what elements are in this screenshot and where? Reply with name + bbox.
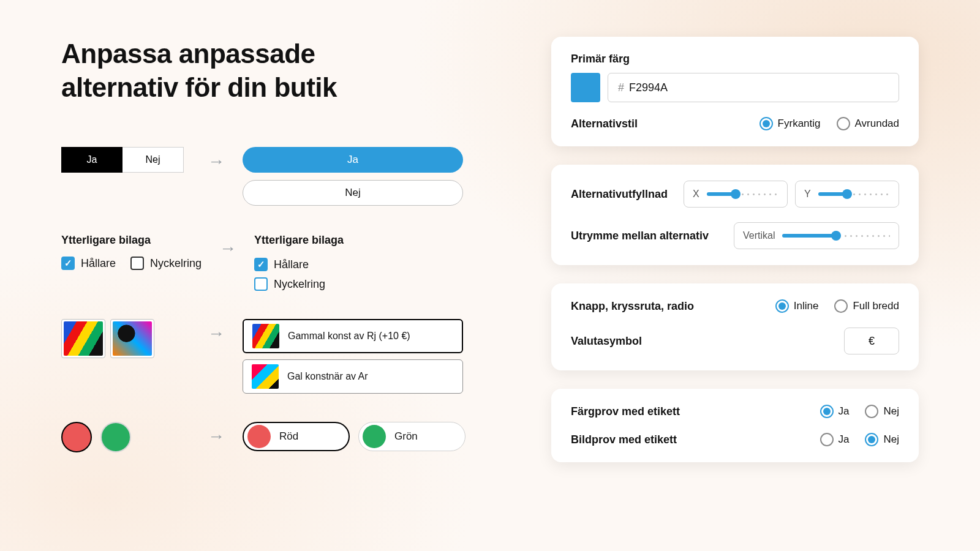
card-spacing: Alternativutfyllnad X Y Utrymme mellan a… <box>551 165 919 265</box>
after-no-button[interactable]: Nej <box>243 180 463 206</box>
before-cb-1[interactable]: Hållare <box>61 257 116 270</box>
layout-inline-label: Inline <box>794 300 819 312</box>
arrow-icon: → <box>207 147 225 171</box>
primary-color-chip[interactable] <box>571 73 600 102</box>
padding-label: Alternativutfyllnad <box>571 188 668 201</box>
checkbox-empty-icon <box>254 277 268 291</box>
padding-x-axis-label: X <box>693 189 699 200</box>
primary-color-input[interactable]: # F2994A <box>608 73 899 102</box>
primary-color-value: F2994A <box>629 81 668 94</box>
image-swatch-label-setting: Bildprov med etikett <box>571 433 677 446</box>
image-swatch-no-label: Nej <box>883 433 899 446</box>
option-style-square-radio[interactable]: Fyrkantig <box>760 117 821 130</box>
radio-empty-icon <box>820 433 834 446</box>
before-cb-2-label: Nyckelring <box>150 257 202 270</box>
before-color-swatch-green[interactable] <box>100 422 131 452</box>
image-swatch-yes-label: Ja <box>839 433 850 446</box>
card-color-style: Primär färg # F2994A Alternativstil Fyrk… <box>551 37 919 146</box>
layout-inline-radio[interactable]: Inline <box>775 299 819 313</box>
layout-full-radio[interactable]: Full bredd <box>834 299 899 313</box>
before-cb-2[interactable]: Nyckelring <box>130 257 202 270</box>
before-image-swatch-2[interactable] <box>110 319 154 358</box>
before-yes-button[interactable]: Ja <box>61 147 123 173</box>
arrow-icon: → <box>219 234 237 258</box>
artwork-thumb-icon <box>64 321 103 356</box>
color-swatch-no-radio[interactable]: Nej <box>865 405 899 418</box>
arrow-icon: → <box>207 422 225 446</box>
before-cb-1-label: Hållare <box>81 257 116 270</box>
checkbox-empty-icon <box>130 257 144 270</box>
artwork-thumb-icon <box>252 324 279 348</box>
gap-label: Utrymme mellan alternativ <box>571 230 709 242</box>
artwork-thumb-icon <box>252 364 279 389</box>
radio-empty-icon <box>834 299 848 313</box>
layout-label: Knapp, kryssruta, radio <box>571 300 694 313</box>
after-color-pill-green[interactable]: Grön <box>358 422 466 451</box>
after-cb-1-label: Hållare <box>274 258 309 271</box>
option-style-rounded-radio[interactable]: Avrundad <box>837 117 899 130</box>
after-image-row-2-label: Gal konstnär av Ar <box>287 371 368 382</box>
currency-label: Valutasymbol <box>571 335 642 348</box>
before-color-swatch-red[interactable] <box>61 422 92 452</box>
option-style-square-label: Fyrkantig <box>778 118 821 130</box>
color-swatch-no-label: Nej <box>883 405 899 418</box>
gap-slider[interactable]: Vertikal <box>734 222 899 249</box>
after-color-pill-red-label: Röd <box>279 430 298 443</box>
layout-full-label: Full bredd <box>853 300 899 312</box>
example-color-swatch: → Röd Grön <box>61 422 502 452</box>
card-layout-currency: Knapp, kryssruta, radio Inline Full bred… <box>551 283 919 370</box>
example-yesno: Ja Nej → Ja Nej <box>61 147 502 206</box>
padding-y-slider[interactable]: Y <box>795 181 899 208</box>
color-swatch-yes-radio[interactable]: Ja <box>820 405 850 418</box>
example-image-swatch: → Gammal konst av Rj (+10 €) Gal konstnä… <box>61 319 502 394</box>
after-color-pill-red[interactable]: Röd <box>243 422 350 451</box>
after-cb-2-label: Nyckelring <box>274 278 325 291</box>
page-title: Anpassa anpassade alternativ för din but… <box>61 37 380 104</box>
example-attachment: Ytterligare bilaga Hållare Nyckelring → … <box>61 234 502 291</box>
attach-heading-before: Ytterligare bilaga <box>61 234 202 247</box>
radio-selected-icon <box>760 117 773 130</box>
checkbox-checked-icon <box>61 257 75 270</box>
color-dot-icon <box>247 425 271 448</box>
image-swatch-yes-radio[interactable]: Ja <box>820 433 850 446</box>
attach-heading-after: Ytterligare bilaga <box>254 234 502 247</box>
checkbox-checked-icon <box>254 258 268 271</box>
after-cb-1[interactable]: Hållare <box>254 258 502 271</box>
gap-axis-label: Vertikal <box>743 230 775 241</box>
radio-selected-icon <box>775 299 789 313</box>
after-image-row-1[interactable]: Gammal konst av Rj (+10 €) <box>243 319 463 353</box>
hash-prefix: # <box>618 81 624 94</box>
after-image-row-2[interactable]: Gal konstnär av Ar <box>243 359 463 394</box>
color-swatch-yes-label: Ja <box>839 405 850 418</box>
image-swatch-no-radio[interactable]: Nej <box>865 433 899 446</box>
card-swatch-labels: Färgprov med etikett Ja Nej Bildprov med… <box>551 389 919 462</box>
currency-input[interactable]: € <box>844 328 899 354</box>
padding-y-axis-label: Y <box>804 189 811 200</box>
artwork-thumb-icon <box>113 321 152 356</box>
option-style-label: Alternativstil <box>571 118 638 130</box>
after-image-row-1-label: Gammal konst av Rj (+10 €) <box>288 331 410 342</box>
color-swatch-label-setting: Färgprov med etikett <box>571 405 680 418</box>
before-image-swatch-1[interactable] <box>61 319 105 358</box>
padding-x-slider[interactable]: X <box>684 181 788 208</box>
radio-empty-icon <box>837 117 850 130</box>
before-no-button[interactable]: Nej <box>123 147 184 173</box>
radio-selected-icon <box>865 433 878 446</box>
primary-color-label: Primär färg <box>571 53 899 66</box>
after-cb-2[interactable]: Nyckelring <box>254 277 502 291</box>
after-yes-button[interactable]: Ja <box>243 147 463 173</box>
after-color-pill-green-label: Grön <box>394 430 418 443</box>
radio-selected-icon <box>820 405 834 418</box>
arrow-icon: → <box>207 319 225 343</box>
color-dot-icon <box>363 425 386 448</box>
option-style-rounded-label: Avrundad <box>855 118 899 130</box>
radio-empty-icon <box>865 405 878 418</box>
